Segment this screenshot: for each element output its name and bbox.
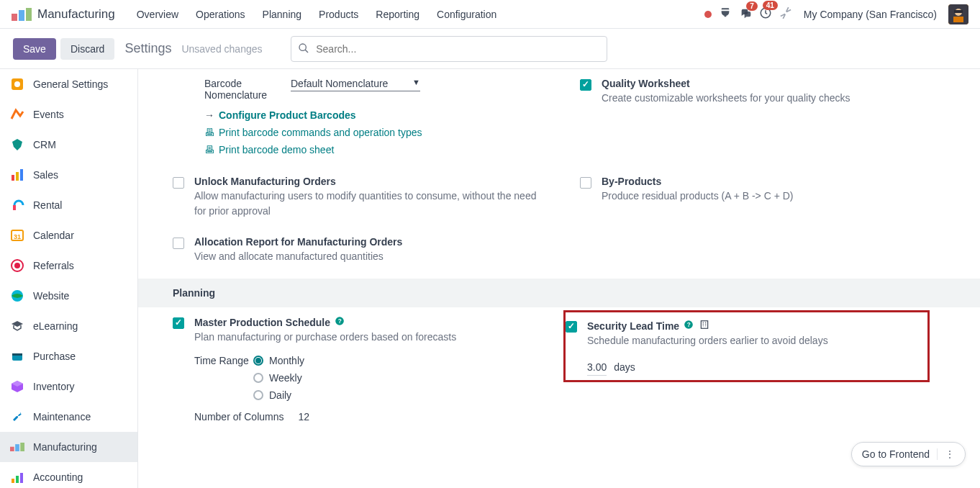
sidebar: General Settings Events CRM Sales Rental… [0,69,138,488]
print-demo-link[interactable]: Print barcode demo sheet [219,144,334,155]
time-range-label: Time Range [194,355,253,366]
app-icon [12,8,32,21]
nav-operations[interactable]: Operations [187,9,253,20]
security-lead-time-title: Security Lead Time [587,320,679,332]
mps-desc: Plan manufacturing or purchase orders ba… [194,330,523,345]
quality-worksheet-title: Quality Worksheet [602,78,690,89]
unlock-mo-checkbox[interactable] [173,177,184,189]
days-label: days [614,361,635,373]
messages-icon[interactable]: 7 [739,7,752,21]
avatar[interactable] [948,4,968,24]
save-button[interactable]: Save [13,38,56,60]
svg-rect-32 [701,321,707,329]
settings-content: Barcode Nomenclature Default Nomenclatur… [138,69,980,488]
svg-rect-21 [12,353,22,356]
svg-rect-6 [953,17,963,22]
sidebar-item-label: Events [33,109,64,120]
mps-title: Master Production Schedule [194,317,330,328]
help-icon[interactable]: ? [335,316,345,328]
sidebar-item-elearning[interactable]: eLearning [0,311,137,341]
quality-worksheet-checkbox[interactable] [580,79,591,91]
company-name[interactable]: My Company (San Francisco) [804,9,937,20]
discard-button[interactable]: Discard [60,38,114,60]
byproducts-title: By-Products [602,176,661,187]
barcode-nomenclature-select[interactable]: Default Nomenclature ▼ [291,78,420,91]
sidebar-item-website[interactable]: Website [0,281,137,311]
svg-text:31: 31 [14,233,21,240]
radio-icon [253,373,263,383]
sidebar-item-label: Website [33,290,69,302]
sidebar-item-label: Referrals [33,260,74,271]
allocation-desc: View and allocate manufactured quantitie… [194,249,540,264]
nav-reporting[interactable]: Reporting [367,9,428,20]
sidebar-item-referrals[interactable]: Referrals [0,250,137,281]
nav-products[interactable]: Products [310,9,367,20]
phone-icon[interactable] [719,7,732,21]
debug-icon[interactable] [779,6,792,22]
sidebar-item-label: CRM [33,139,56,150]
allocation-checkbox[interactable] [173,238,184,249]
action-bar: Save Discard Settings Unsaved changes [0,29,980,69]
byproducts-checkbox[interactable] [580,177,591,189]
sidebar-item-rental[interactable]: Rental [0,190,137,220]
sidebar-item-maintenance[interactable]: Maintenance [0,402,137,432]
sidebar-item-sales[interactable]: Sales [0,160,137,190]
sidebar-item-general[interactable]: General Settings [0,69,137,99]
security-lead-time-checkbox[interactable] [566,321,577,333]
nav-planning[interactable]: Planning [254,9,311,20]
time-range-monthly[interactable]: Monthly [253,352,304,369]
radio-icon [253,356,263,366]
sidebar-item-label: Sales [33,169,58,181]
svg-rect-27 [20,473,23,483]
sidebar-item-events[interactable]: Events [0,99,137,130]
radio-icon [253,390,263,400]
sidebar-item-label: General Settings [33,78,108,90]
building-icon[interactable] [699,320,709,332]
activities-icon[interactable]: 41 [759,6,772,22]
sidebar-item-calendar[interactable]: 31Calendar [0,220,137,250]
nav-configuration[interactable]: Configuration [428,9,505,20]
sidebar-item-purchase[interactable]: Purchase [0,341,137,371]
caret-down-icon: ▼ [412,78,420,89]
sidebar-item-manufacturing[interactable]: Manufacturing [0,432,137,462]
svg-rect-25 [12,479,14,483]
print-commands-link[interactable]: Print barcode commands and operation typ… [219,127,422,138]
unlock-mo-desc: Allow manufacturing users to modify quan… [194,189,540,219]
svg-rect-22 [10,446,14,451]
time-range-daily[interactable]: Daily [253,387,304,404]
go-to-frontend-button[interactable]: Go to Frontend ⋮ [851,442,966,466]
security-lead-time-desc: Schedule manufacturing orders earlier to… [587,333,916,348]
svg-rect-2 [26,8,32,21]
mps-checkbox[interactable] [173,317,184,329]
sidebar-item-label: Manufacturing [33,441,97,453]
svg-point-10 [14,81,20,87]
print-icon: 🖶 [204,127,214,138]
barcode-select-value: Default Nomenclature [291,78,388,89]
sidebar-item-crm[interactable]: CRM [0,130,137,160]
sidebar-item-label: Calendar [33,230,74,241]
app-name: Manufacturing [37,7,115,22]
sidebar-item-label: Maintenance [33,411,91,423]
time-range-weekly[interactable]: Weekly [253,369,304,387]
svg-rect-13 [20,169,23,181]
security-lead-time-input[interactable]: 3.00 [587,361,607,376]
status-dot-icon [704,11,712,18]
help-icon[interactable]: ? [684,320,694,332]
sidebar-item-inventory[interactable]: Inventory [0,371,137,402]
svg-point-18 [14,263,20,268]
configure-barcodes-link[interactable]: Configure Product Barcodes [219,109,356,121]
sidebar-item-label: eLearning [33,320,78,332]
svg-rect-0 [12,14,17,21]
barcode-nomenclature-label: Barcode Nomenclature [204,78,275,101]
unlock-mo-title: Unlock Manufacturing Orders [194,176,336,187]
sidebar-item-accounting[interactable]: Accounting [0,462,137,488]
num-columns-value[interactable]: 12 [299,411,310,423]
num-columns-label: Number of Columns [194,411,284,423]
sidebar-item-label: Rental [33,199,62,211]
nav-overview[interactable]: Overview [128,9,187,20]
kebab-icon[interactable]: ⋮ [937,448,955,460]
svg-rect-23 [15,444,19,452]
search-input[interactable] [291,36,607,62]
messages-badge: 7 [746,1,758,11]
search-icon [298,42,309,56]
